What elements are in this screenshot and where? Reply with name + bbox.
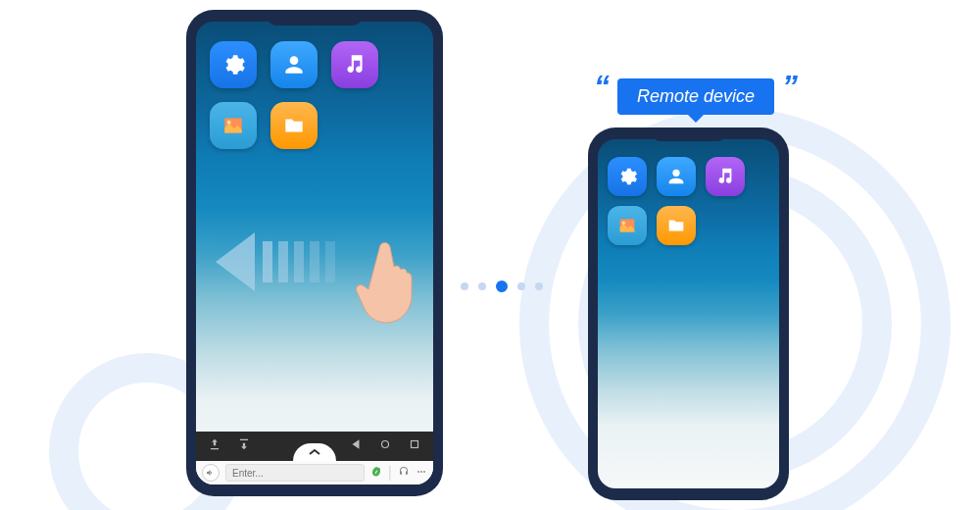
notch: [650, 128, 728, 141]
eco-button[interactable]: [370, 464, 382, 482]
svg-point-0: [227, 121, 231, 125]
local-device: |: [186, 10, 443, 496]
local-screen[interactable]: |: [196, 22, 433, 484]
hand-icon: [353, 237, 421, 326]
recent-button[interactable]: [408, 437, 421, 455]
notch: [266, 10, 364, 26]
home-button[interactable]: [378, 437, 392, 455]
svg-rect-7: [412, 441, 418, 448]
more-button[interactable]: [416, 464, 427, 482]
svg-point-11: [622, 222, 625, 225]
files-app-icon[interactable]: [657, 206, 696, 245]
svg-rect-5: [325, 241, 335, 282]
gallery-app-icon[interactable]: [608, 206, 647, 245]
svg-point-6: [382, 441, 389, 448]
app-grid: [598, 139, 779, 263]
app-grid: [196, 22, 433, 169]
chevron-up-icon: [309, 448, 320, 456]
volume-icon: [205, 467, 217, 479]
callout-bubble: Remote device: [617, 78, 774, 115]
music-app-icon[interactable]: [331, 41, 378, 88]
quote-close: ”: [774, 78, 806, 94]
callout-label: Remote device: [637, 86, 755, 106]
remote-device-callout: “ Remote device ”: [586, 78, 806, 115]
download-button[interactable]: [237, 437, 251, 455]
remote-device: [588, 128, 789, 500]
more-icon: [416, 466, 427, 478]
chat-input[interactable]: [225, 464, 365, 482]
swipe-arrow-icon: [216, 228, 372, 296]
headset-icon: [398, 466, 410, 478]
svg-rect-3: [294, 241, 304, 282]
headset-button[interactable]: [398, 464, 410, 482]
music-app-icon[interactable]: [706, 157, 745, 196]
files-app-icon[interactable]: [270, 102, 318, 149]
settings-app-icon[interactable]: [608, 157, 647, 196]
gallery-app-icon[interactable]: [210, 102, 257, 149]
chat-input-bar: |: [196, 461, 433, 484]
contacts-app-icon[interactable]: [270, 41, 318, 88]
svg-point-10: [423, 471, 425, 473]
svg-rect-4: [310, 241, 319, 282]
volume-button[interactable]: [202, 464, 220, 482]
connection-dots: [461, 280, 543, 292]
back-button[interactable]: [349, 437, 363, 455]
swipe-left-gesture: [216, 218, 412, 306]
settings-app-icon[interactable]: [210, 41, 257, 88]
leaf-icon: [370, 466, 382, 478]
svg-point-8: [417, 471, 419, 473]
divider: |: [388, 464, 392, 482]
quote-open: “: [586, 78, 617, 94]
svg-point-9: [420, 471, 422, 473]
svg-rect-1: [263, 241, 272, 282]
svg-rect-2: [278, 241, 288, 282]
upload-button[interactable]: [208, 437, 221, 455]
contacts-app-icon[interactable]: [657, 157, 696, 196]
remote-screen: [598, 139, 779, 488]
